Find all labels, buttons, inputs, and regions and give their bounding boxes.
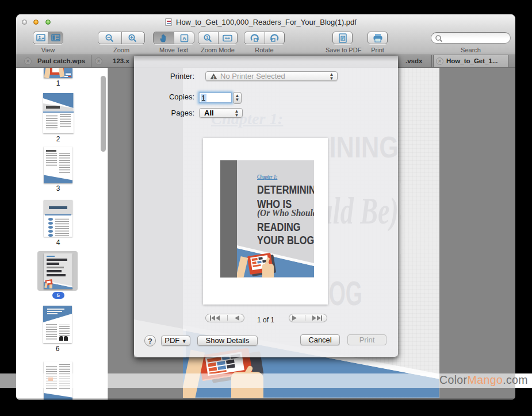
svg-text:A: A <box>182 36 186 41</box>
svg-text:P: P <box>342 36 345 40</box>
svg-text:1: 1 <box>206 35 208 40</box>
svg-text:!: ! <box>213 75 215 80</box>
